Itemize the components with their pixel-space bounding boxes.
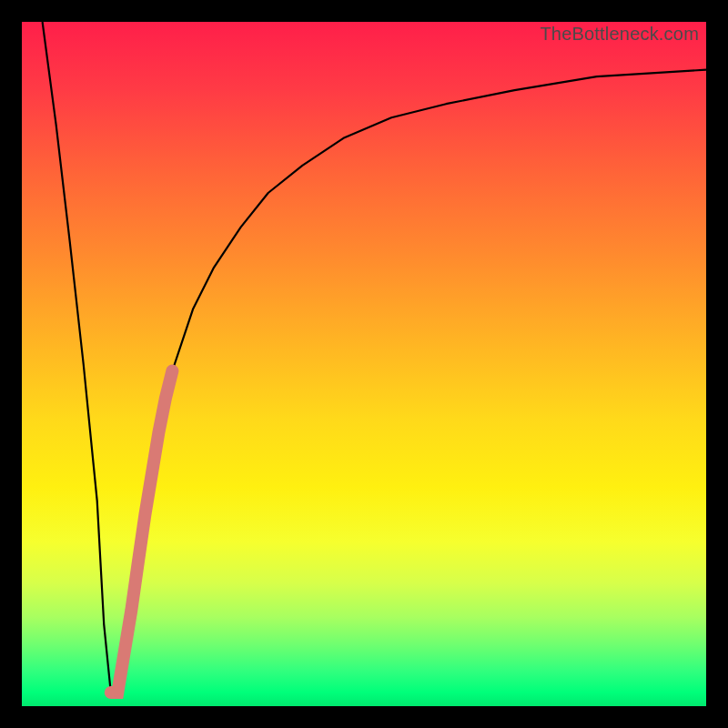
- bottleneck-curve: [43, 22, 706, 693]
- highlight-marker: [111, 371, 173, 693]
- chart-overlay: [22, 22, 706, 706]
- chart-frame: TheBottleneck.com: [0, 0, 728, 728]
- chart-plot-area: TheBottleneck.com: [22, 22, 706, 706]
